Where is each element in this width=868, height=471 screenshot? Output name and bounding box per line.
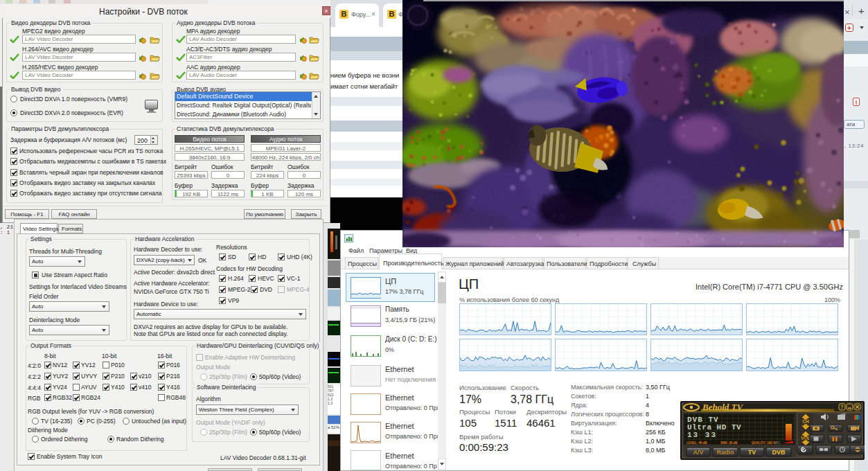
svg-text:RC: RC <box>776 441 781 445</box>
svg-text:TV: TV <box>748 449 756 456</box>
svg-text:CH: CH <box>802 419 809 424</box>
svg-text:A/V: A/V <box>693 449 703 456</box>
svg-text:QUALITY: 100 %: QUALITY: 100 % <box>752 441 776 445</box>
svg-text:Behold TV: Behold TV <box>702 402 743 412</box>
svg-text:Radio: Radio <box>716 449 734 456</box>
svg-text:?: ? <box>840 405 843 409</box>
svg-text:SNR: 26 dB: SNR: 26 dB <box>720 441 738 445</box>
svg-text:LEVEL: 46 dB: LEVEL: 46 dB <box>687 441 707 445</box>
svg-text:13 33: 13 33 <box>687 431 717 439</box>
svg-text:DVB: DVB <box>772 449 786 456</box>
